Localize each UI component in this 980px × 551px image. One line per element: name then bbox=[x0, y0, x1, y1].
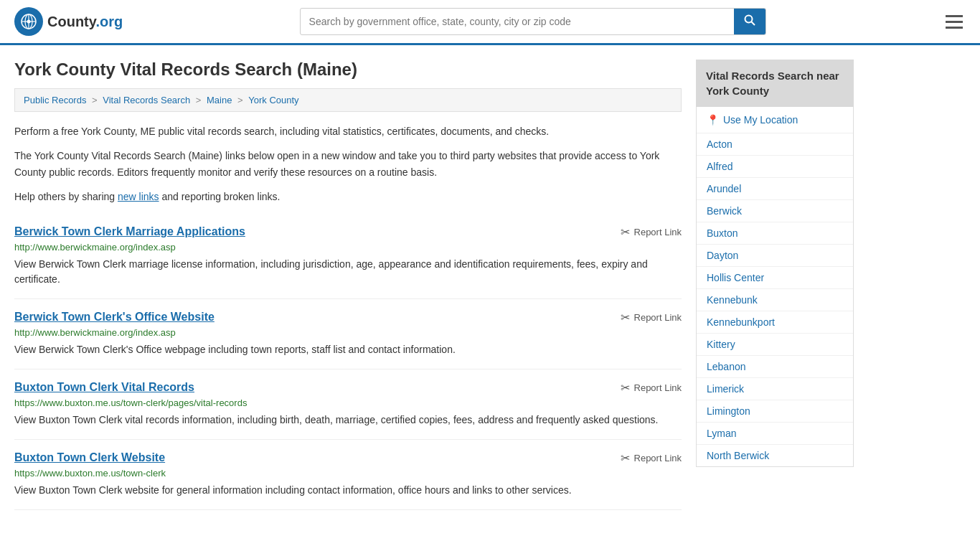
breadcrumb: Public Records > Vital Records Search > … bbox=[14, 88, 682, 112]
logo-text: County.org bbox=[47, 14, 123, 30]
breadcrumb-vital-records[interactable]: Vital Records Search bbox=[103, 95, 190, 105]
sidebar-content: 📍 Use My Location ActonAlfredArundelBerw… bbox=[696, 107, 854, 467]
report-link-label-3: Report Link bbox=[634, 453, 682, 463]
search-button[interactable] bbox=[734, 9, 765, 34]
result-item: Buxton Town Clerk Vital Records ✂ Report… bbox=[14, 369, 682, 440]
pin-icon: 📍 bbox=[707, 114, 719, 126]
result-url-1[interactable]: http://www.berwickmaine.org/index.asp bbox=[14, 327, 682, 338]
result-desc-2: View Buxton Town Clerk vital records inf… bbox=[14, 413, 682, 428]
sidebar-links: ActonAlfredArundelBerwickBuxtonDaytonHol… bbox=[697, 133, 853, 466]
svg-point-6 bbox=[745, 16, 752, 23]
description-3-prefix: Help others by sharing bbox=[14, 191, 118, 202]
search-bar bbox=[300, 8, 766, 35]
result-url-0[interactable]: http://www.berwickmaine.org/index.asp bbox=[14, 242, 682, 253]
svg-line-7 bbox=[751, 22, 755, 26]
main-content: York County Vital Records Search (Maine)… bbox=[14, 60, 682, 510]
report-icon-3: ✂ bbox=[621, 451, 630, 465]
sidebar-link-berwick[interactable]: Berwick bbox=[697, 200, 853, 222]
search-input[interactable] bbox=[301, 10, 734, 33]
sidebar-link-hollis-center[interactable]: Hollis Center bbox=[697, 267, 853, 289]
sidebar-link-lebanon[interactable]: Lebanon bbox=[697, 356, 853, 378]
sidebar-link-north-berwick[interactable]: North Berwick bbox=[697, 445, 853, 466]
description-2: The York County Vital Records Search (Ma… bbox=[14, 148, 682, 180]
result-desc-1: View Berwick Town Clerk's Office webpage… bbox=[14, 342, 682, 357]
sidebar-link-kennebunk[interactable]: Kennebunk bbox=[697, 289, 853, 311]
result-title-0[interactable]: Berwick Town Clerk Marriage Applications bbox=[14, 225, 245, 238]
results-container: Berwick Town Clerk Marriage Applications… bbox=[14, 214, 682, 510]
use-my-location-label: Use My Location bbox=[723, 114, 798, 126]
breadcrumb-public-records[interactable]: Public Records bbox=[24, 95, 86, 105]
report-icon-0: ✂ bbox=[621, 225, 630, 239]
menu-button[interactable] bbox=[943, 12, 966, 32]
report-link-button-3[interactable]: ✂ Report Link bbox=[621, 451, 682, 465]
use-my-location[interactable]: 📍 Use My Location bbox=[697, 107, 853, 133]
svg-point-5 bbox=[27, 20, 31, 24]
sidebar-link-lyman[interactable]: Lyman bbox=[697, 423, 853, 445]
breadcrumb-sep-1: > bbox=[92, 95, 100, 105]
report-link-label-2: Report Link bbox=[634, 382, 682, 393]
sidebar-link-acton[interactable]: Acton bbox=[697, 133, 853, 156]
report-link-label-1: Report Link bbox=[634, 312, 682, 323]
report-link-button-2[interactable]: ✂ Report Link bbox=[621, 381, 682, 395]
sidebar-link-buxton[interactable]: Buxton bbox=[697, 222, 853, 245]
result-title-3[interactable]: Buxton Town Clerk Website bbox=[14, 451, 165, 464]
description-3-suffix: and reporting broken links. bbox=[159, 191, 281, 202]
breadcrumb-sep-2: > bbox=[196, 95, 204, 105]
sidebar-link-dayton[interactable]: Dayton bbox=[697, 245, 853, 267]
report-link-label-0: Report Link bbox=[634, 227, 682, 237]
result-desc-0: View Berwick Town Clerk marriage license… bbox=[14, 257, 682, 287]
sidebar-link-kennebunkport[interactable]: Kennebunkport bbox=[697, 311, 853, 334]
page-title: York County Vital Records Search (Maine) bbox=[14, 60, 682, 80]
result-item: Berwick Town Clerk's Office Website ✂ Re… bbox=[14, 299, 682, 369]
result-item: Berwick Town Clerk Marriage Applications… bbox=[14, 214, 682, 299]
sidebar-link-limerick[interactable]: Limerick bbox=[697, 378, 853, 400]
result-desc-3: View Buxton Town Clerk website for gener… bbox=[14, 483, 682, 498]
result-url-3[interactable]: https://www.buxton.me.us/town-clerk bbox=[14, 468, 682, 479]
result-title-1[interactable]: Berwick Town Clerk's Office Website bbox=[14, 311, 215, 324]
breadcrumb-york-county[interactable]: York County bbox=[248, 95, 298, 105]
sidebar-link-alfred[interactable]: Alfred bbox=[697, 156, 853, 178]
result-title-2[interactable]: Buxton Town Clerk Vital Records bbox=[14, 381, 194, 394]
breadcrumb-maine[interactable]: Maine bbox=[207, 95, 232, 105]
sidebar-link-arundel[interactable]: Arundel bbox=[697, 178, 853, 200]
report-link-button-0[interactable]: ✂ Report Link bbox=[621, 225, 682, 239]
description-1: Perform a free York County, ME public vi… bbox=[14, 123, 682, 139]
logo[interactable]: County.org bbox=[14, 7, 123, 36]
sidebar: Vital Records Search near York County 📍 … bbox=[696, 60, 854, 510]
sidebar-link-limington[interactable]: Limington bbox=[697, 400, 853, 423]
report-icon-1: ✂ bbox=[621, 311, 630, 324]
breadcrumb-sep-3: > bbox=[237, 95, 245, 105]
result-item: Buxton Town Clerk Website ✂ Report Link … bbox=[14, 440, 682, 510]
report-icon-2: ✂ bbox=[621, 381, 630, 395]
result-url-2[interactable]: https://www.buxton.me.us/town-clerk/page… bbox=[14, 397, 682, 408]
logo-icon bbox=[14, 7, 43, 36]
report-link-button-1[interactable]: ✂ Report Link bbox=[621, 311, 682, 324]
new-links[interactable]: new links bbox=[118, 191, 159, 202]
sidebar-link-kittery[interactable]: Kittery bbox=[697, 334, 853, 356]
description-3: Help others by sharing new links and rep… bbox=[14, 189, 682, 204]
sidebar-header: Vital Records Search near York County bbox=[696, 60, 854, 107]
